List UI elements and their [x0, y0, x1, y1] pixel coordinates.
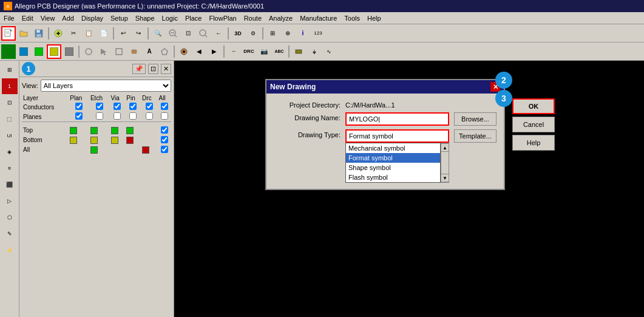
planes-all-cb[interactable]: [161, 112, 168, 120]
info-button[interactable]: i: [296, 26, 310, 41]
rect-button[interactable]: [112, 44, 126, 59]
sidebar-btn-11[interactable]: ✎: [2, 226, 18, 242]
undo-button[interactable]: ↩: [116, 26, 130, 41]
color-box[interactable]: [142, 146, 149, 154]
color-box[interactable]: [90, 146, 98, 154]
save-button[interactable]: [32, 26, 46, 41]
3d-button[interactable]: 3D: [231, 26, 245, 41]
layer5-button[interactable]: [62, 44, 76, 59]
conductors-plan-cb[interactable]: [75, 103, 83, 110]
color-box[interactable]: [70, 127, 77, 134]
sidebar-btn-10[interactable]: ⬡: [2, 210, 18, 225]
planes-etch-cb[interactable]: [96, 112, 103, 120]
view-select[interactable]: All Layers: [41, 80, 171, 92]
zoom-out-button[interactable]: [166, 26, 180, 41]
menu-view[interactable]: View: [37, 13, 59, 23]
drawing-type-input[interactable]: [345, 129, 449, 143]
conductors-drc-cb[interactable]: [146, 103, 153, 110]
text-button[interactable]: A: [142, 44, 157, 59]
menu-analyze[interactable]: Analyze: [265, 13, 296, 23]
pad-button[interactable]: [127, 44, 141, 59]
template-button[interactable]: Template...: [454, 129, 497, 143]
menu-route[interactable]: Route: [240, 13, 265, 23]
fit-button[interactable]: ⊡: [181, 26, 195, 41]
snap-button[interactable]: ⊕: [280, 26, 295, 41]
camera-button[interactable]: 📷: [257, 44, 271, 59]
menu-display[interactable]: Display: [78, 13, 107, 23]
menu-setup[interactable]: Setup: [107, 13, 132, 23]
abc-button[interactable]: ABC: [272, 44, 286, 59]
redo-button[interactable]: ↪: [131, 26, 146, 41]
dropdown-item-mechanical[interactable]: Mechanical symbol: [346, 143, 440, 153]
top-all-cb[interactable]: [161, 126, 168, 134]
bottom-all-cb[interactable]: [161, 136, 168, 143]
color-box[interactable]: [70, 137, 77, 144]
planes-plan-cb[interactable]: [75, 112, 83, 120]
ground-button[interactable]: ⏚: [307, 44, 321, 59]
all-all-cb[interactable]: [161, 146, 168, 153]
arrow-right-button[interactable]: ▶: [207, 44, 222, 59]
circle-button[interactable]: [81, 44, 96, 59]
menu-add[interactable]: Add: [58, 13, 78, 23]
sidebar-btn-4[interactable]: ⬚: [2, 111, 18, 127]
color-box[interactable]: [111, 137, 118, 144]
measure-button[interactable]: ↔: [226, 44, 241, 59]
menu-shape[interactable]: Shape: [132, 13, 158, 23]
poly-button[interactable]: [157, 44, 172, 59]
color-box[interactable]: [90, 127, 98, 134]
planes-via-cb[interactable]: [114, 112, 121, 120]
drc-button[interactable]: DRC: [242, 44, 256, 59]
panel-pin-btn[interactable]: 📌: [132, 64, 146, 74]
sidebar-btn-12[interactable]: ⚡: [2, 242, 18, 258]
sidebar-btn-1[interactable]: ⊞: [2, 62, 18, 78]
menu-tools[interactable]: Tools: [341, 13, 364, 23]
sidebar-btn-2[interactable]: 1: [2, 78, 18, 94]
menu-help[interactable]: Help: [364, 13, 385, 23]
open-button[interactable]: [16, 26, 31, 41]
conductors-etch-cb[interactable]: [96, 103, 103, 110]
select-button[interactable]: [97, 44, 111, 59]
scroll-down-arrow[interactable]: ▼: [441, 174, 449, 182]
drawing-name-input[interactable]: [345, 112, 449, 126]
sidebar-btn-6[interactable]: ◈: [2, 144, 18, 160]
conductors-via-cb[interactable]: [114, 103, 121, 110]
layer2-button[interactable]: [16, 44, 31, 59]
dropdown-item-format[interactable]: Format symbol: [346, 153, 440, 163]
cancel-button[interactable]: Cancel: [512, 117, 555, 132]
123-button[interactable]: 123: [311, 26, 325, 41]
add-connect-button[interactable]: [51, 26, 66, 41]
layer1-button[interactable]: [1, 44, 16, 59]
ok-button[interactable]: OK: [512, 98, 555, 114]
menu-edit[interactable]: Edit: [18, 13, 37, 23]
panel-close-btn[interactable]: ✕: [161, 64, 171, 74]
sidebar-btn-8[interactable]: ⬛: [2, 177, 18, 193]
dropdown-item-flash[interactable]: Flash symbol: [346, 172, 440, 182]
conductors-pin-cb[interactable]: [129, 103, 137, 110]
color-box[interactable]: [126, 127, 134, 134]
arrow-left-button[interactable]: ◀: [192, 44, 206, 59]
via-button[interactable]: [177, 44, 191, 59]
zoom-previous-button[interactable]: ←: [211, 26, 226, 41]
menu-logic[interactable]: Logic: [158, 13, 181, 23]
new-button[interactable]: [1, 26, 16, 41]
cut-button[interactable]: ✂: [66, 26, 81, 41]
help-button[interactable]: Help: [512, 135, 555, 151]
wave-button[interactable]: ∿: [322, 44, 336, 59]
dropdown-item-shape[interactable]: Shape symbol: [346, 163, 440, 172]
color-box[interactable]: [90, 137, 98, 144]
sidebar-btn-7[interactable]: ≡: [2, 160, 18, 176]
browse-button[interactable]: Browse...: [454, 112, 497, 126]
menu-manufacture[interactable]: Manufacture: [296, 13, 341, 23]
sidebar-btn-3[interactable]: ⊡: [2, 95, 18, 111]
layer4-button[interactable]: [47, 44, 61, 59]
sidebar-btn-9[interactable]: ▷: [2, 193, 18, 209]
menu-file[interactable]: File: [0, 13, 18, 23]
paste-button[interactable]: 📄: [97, 26, 111, 41]
planes-drc-cb[interactable]: [146, 112, 153, 120]
zoom-area-button[interactable]: [196, 26, 211, 41]
color-box[interactable]: [126, 137, 134, 144]
sidebar-btn-5[interactable]: UI: [2, 128, 18, 143]
scroll-up-arrow[interactable]: ▲: [441, 143, 449, 152]
properties-button[interactable]: ⚙: [246, 26, 260, 41]
panel-resize-btn[interactable]: ⊡: [148, 64, 158, 74]
